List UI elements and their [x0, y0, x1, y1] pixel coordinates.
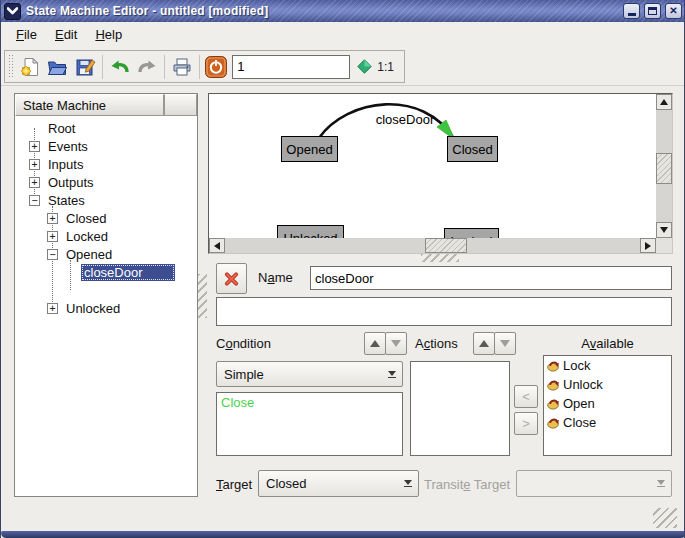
tree-item-unlocked[interactable]: + Unlocked — [15, 299, 197, 317]
description-input[interactable] — [216, 297, 672, 326]
combo-dropdown-icon — [382, 371, 402, 378]
available-item-close[interactable]: Close — [544, 413, 671, 432]
tree-item-outputs[interactable]: + Outputs — [15, 173, 197, 191]
expand-plus-icon[interactable]: + — [47, 303, 58, 314]
maximize-button[interactable] — [644, 3, 661, 19]
tree-item-inputs[interactable]: + Inputs — [15, 155, 197, 173]
power-icon — [204, 55, 228, 79]
titlebar[interactable]: State Machine Editor - untitled [modifie… — [1, 0, 685, 22]
arrow-up-icon — [660, 99, 668, 105]
condition-move-up-button[interactable] — [364, 332, 386, 355]
combo-dropdown-icon — [398, 480, 418, 487]
power-button[interactable] — [203, 53, 231, 81]
print-button[interactable] — [168, 53, 196, 81]
actions-move-down-button[interactable] — [494, 332, 516, 355]
tree-item-states[interactable]: − States — [15, 191, 197, 209]
minimize-button[interactable] — [623, 3, 640, 19]
delete-transition-button[interactable] — [216, 263, 247, 294]
save-file-button[interactable] — [71, 53, 99, 81]
scroll-up-button[interactable] — [656, 94, 672, 110]
toolbar-separator — [199, 55, 200, 79]
expand-plus-icon[interactable]: + — [29, 177, 40, 188]
state-node-unlocked[interactable]: Unlocked — [277, 225, 344, 238]
condition-label: Condition — [216, 336, 271, 352]
condition-type-combo[interactable]: Simple — [216, 361, 403, 387]
transition-arc[interactable]: closeDoor — [209, 94, 656, 238]
tree-item-closed[interactable]: + Closed — [15, 209, 197, 227]
expand-plus-icon[interactable]: + — [47, 213, 58, 224]
action-icon — [547, 397, 560, 410]
open-folder-icon — [46, 56, 68, 78]
collapse-minus-icon[interactable]: − — [47, 249, 58, 260]
menu-edit[interactable]: Edit — [46, 24, 86, 45]
horizontal-scroll-thumb[interactable] — [425, 238, 467, 253]
triangle-down-icon — [500, 340, 510, 347]
redo-button[interactable] — [133, 53, 161, 81]
window-resize-grip[interactable] — [653, 508, 677, 528]
move-action-left-button[interactable]: < — [514, 385, 538, 408]
actions-listbox[interactable] — [410, 361, 510, 456]
action-icon — [547, 378, 560, 391]
toolbar-drag-handle[interactable] — [8, 54, 13, 79]
page-number-input[interactable] — [232, 55, 350, 79]
toolbar-zone: 1:1 — [1, 47, 685, 86]
tree-item-opened[interactable]: − Opened — [15, 245, 197, 263]
tree-header-spacer[interactable] — [164, 94, 197, 116]
expand-plus-icon[interactable]: + — [29, 159, 40, 170]
available-item-lock[interactable]: Lock — [544, 356, 671, 375]
minimize-icon — [628, 13, 636, 16]
zoom-scale-label: 1:1 — [377, 60, 394, 74]
actions-label: Actions — [415, 336, 458, 352]
undo-button[interactable] — [106, 53, 134, 81]
toolbar-separator — [164, 55, 165, 79]
actions-move-up-button[interactable] — [473, 332, 495, 355]
toolbar: 1:1 — [4, 50, 405, 83]
triangle-down-icon — [391, 340, 401, 347]
window-title: State Machine Editor - untitled [modifie… — [26, 4, 268, 18]
name-input[interactable] — [310, 266, 672, 290]
delete-x-icon — [223, 268, 240, 290]
zoom-scale-button[interactable]: 1:1 — [350, 53, 401, 81]
scroll-down-button[interactable] — [656, 222, 672, 238]
target-combo[interactable]: Closed — [258, 470, 419, 497]
menu-file[interactable]: File — [7, 24, 46, 45]
collapse-minus-icon[interactable]: − — [29, 195, 40, 206]
save-icon — [74, 56, 96, 78]
app-menu-icon[interactable] — [4, 3, 21, 20]
available-item-open[interactable]: Open — [544, 394, 671, 413]
menubar: File Edit Help — [1, 22, 685, 47]
scroll-right-button[interactable] — [640, 238, 656, 253]
condition-move-down-button[interactable] — [385, 332, 407, 355]
state-node-opened[interactable]: Opened — [281, 136, 338, 162]
available-item-unlock[interactable]: Unlock — [544, 375, 671, 394]
tree-header-label[interactable]: State Machine — [15, 94, 164, 116]
expand-plus-icon[interactable]: + — [47, 231, 58, 242]
vertical-scroll-thumb[interactable] — [656, 153, 672, 184]
tree-item-empty[interactable] — [15, 281, 197, 299]
arrow-left-icon — [214, 242, 220, 250]
move-action-right-button[interactable]: > — [514, 412, 538, 435]
open-file-button[interactable] — [44, 53, 72, 81]
triangle-up-icon — [370, 340, 380, 347]
state-node-locked[interactable]: Locked — [444, 228, 499, 238]
vertical-scrollbar[interactable] — [656, 94, 672, 238]
close-button[interactable]: ✕ — [665, 3, 682, 19]
new-file-button[interactable] — [16, 53, 44, 81]
panel-splitter-handle[interactable] — [198, 274, 207, 318]
scrollbar-corner — [656, 238, 672, 253]
tree-item-events[interactable]: + Events — [15, 137, 197, 155]
canvas-form-splitter-handle[interactable] — [421, 254, 459, 262]
horizontal-scrollbar[interactable] — [209, 238, 656, 253]
menu-help[interactable]: Help — [86, 24, 131, 45]
diagram-canvas[interactable]: closeDoor Opened Closed Unlocked Locked — [208, 93, 673, 254]
condition-reorder-buttons — [364, 332, 407, 355]
tree-item-locked[interactable]: + Locked — [15, 227, 197, 245]
expand-plus-icon[interactable]: + — [29, 141, 40, 152]
available-actions-listbox: Lock Unlock Open Close — [543, 355, 672, 456]
condition-expression-box[interactable]: Close — [216, 392, 403, 456]
state-node-closed[interactable]: Closed — [447, 136, 498, 162]
combo-dropdown-icon — [651, 480, 671, 487]
tree-item-root[interactable]: Root — [15, 119, 197, 137]
scroll-left-button[interactable] — [209, 238, 225, 253]
tree-item-closedoor[interactable]: closeDoor — [15, 263, 197, 281]
